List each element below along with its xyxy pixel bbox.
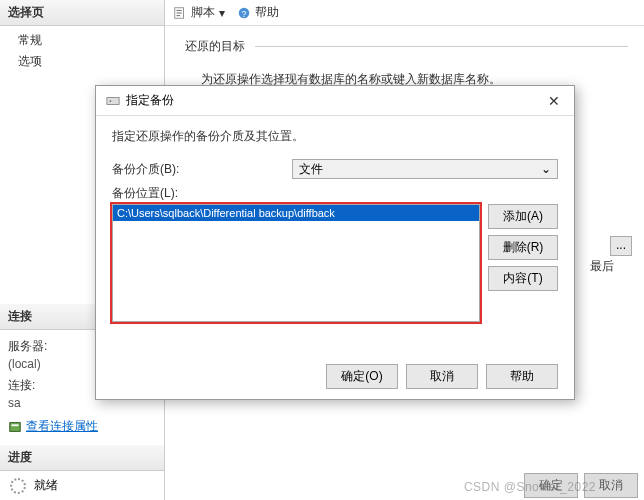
script-icon: [173, 6, 187, 20]
list-item[interactable]: C:\Users\sqlback\Differential backup\dif…: [113, 205, 479, 221]
toolbar: 脚本 ▾ ? 帮助: [165, 0, 644, 26]
browse-button[interactable]: ...: [610, 236, 632, 256]
properties-icon: [8, 420, 22, 434]
tree-item-general[interactable]: 常规: [0, 30, 164, 51]
ok-button[interactable]: 确定(O): [326, 364, 398, 389]
spinner-icon: [10, 478, 26, 494]
watermark: CSDN @Snower_2022: [464, 480, 596, 494]
dialog-instruction: 指定还原操作的备份介质及其位置。: [112, 128, 558, 145]
close-icon[interactable]: ✕: [544, 93, 564, 109]
svg-rect-0: [10, 422, 21, 431]
backup-location-label: 备份位置(L):: [112, 185, 292, 202]
dropdown-arrow-icon: ▾: [219, 6, 225, 20]
specify-backup-dialog: 指定备份 ✕ 指定还原操作的备份介质及其位置。 备份介质(B): 文件 ⌄ 备份…: [95, 85, 575, 400]
svg-point-6: [110, 100, 112, 102]
remove-button[interactable]: 删除(R): [488, 235, 558, 260]
progress-header: 进度: [0, 445, 164, 471]
column-last: 最后: [590, 258, 614, 275]
svg-rect-5: [107, 97, 119, 104]
progress-status: 就绪: [34, 477, 58, 494]
backup-location-listbox[interactable]: C:\Users\sqlback\Differential backup\dif…: [112, 204, 480, 322]
divider: [255, 46, 628, 47]
restore-target-label: 还原的目标: [181, 38, 249, 55]
add-button[interactable]: 添加(A): [488, 204, 558, 229]
contents-button[interactable]: 内容(T): [488, 266, 558, 291]
backup-media-label: 备份介质(B):: [112, 161, 292, 178]
dialog-title-text: 指定备份: [126, 92, 174, 109]
view-connection-props-link[interactable]: 查看连接属性: [26, 418, 98, 435]
backup-media-dropdown[interactable]: 文件 ⌄: [292, 159, 558, 179]
svg-text:?: ?: [242, 8, 247, 18]
tree-item-options[interactable]: 选项: [0, 51, 164, 72]
dialog-help-button[interactable]: 帮助: [486, 364, 558, 389]
cancel-button[interactable]: 取消: [406, 364, 478, 389]
select-page-header: 选择页: [0, 0, 164, 26]
help-icon: ?: [237, 6, 251, 20]
svg-rect-1: [12, 424, 19, 426]
help-button[interactable]: ? 帮助: [237, 4, 279, 21]
script-button[interactable]: 脚本 ▾: [173, 4, 225, 21]
dialog-icon: [106, 94, 120, 108]
chevron-down-icon: ⌄: [541, 162, 551, 176]
